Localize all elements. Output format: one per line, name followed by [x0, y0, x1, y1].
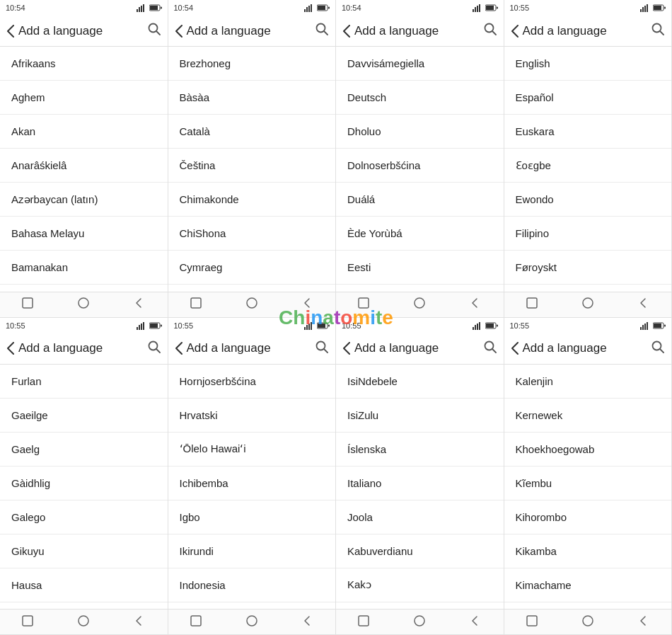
- back-button[interactable]: [175, 342, 183, 355]
- nav-home-button[interactable]: [582, 297, 593, 311]
- list-item[interactable]: Français: [504, 285, 672, 292]
- back-button[interactable]: [7, 25, 14, 38]
- list-item[interactable]: Ekegusii: [336, 285, 504, 292]
- list-item[interactable]: Ishisangu: [168, 602, 336, 610]
- list-item[interactable]: Español: [504, 81, 672, 115]
- list-item[interactable]: Kĩembu: [504, 467, 672, 500]
- back-button[interactable]: [511, 25, 519, 38]
- list-item[interactable]: Ewondo: [504, 183, 672, 217]
- list-item[interactable]: Hibena: [0, 602, 168, 610]
- list-item[interactable]: Akan: [0, 115, 168, 149]
- list-item[interactable]: Aghem: [0, 81, 168, 115]
- nav-square-button[interactable]: [190, 615, 202, 629]
- list-item[interactable]: Galego: [0, 500, 168, 534]
- list-item[interactable]: IsiZulu: [336, 399, 504, 433]
- list-item[interactable]: Hrvatski: [168, 399, 336, 433]
- search-button[interactable]: [315, 341, 328, 357]
- list-item[interactable]: Kakɔ: [336, 568, 504, 602]
- list-item[interactable]: Bosanski (latinica): [0, 285, 168, 292]
- nav-home-button[interactable]: [414, 615, 425, 629]
- list-item[interactable]: Kernewek: [504, 399, 672, 433]
- list-item[interactable]: Azərbaycan (latın): [0, 183, 168, 217]
- list-item[interactable]: Ikirundi: [168, 534, 336, 568]
- list-item[interactable]: Italiano: [336, 467, 504, 500]
- nav-home-button[interactable]: [78, 297, 89, 311]
- list-item[interactable]: Gaeilge: [0, 399, 168, 433]
- list-item[interactable]: Bahasa Melayu: [0, 217, 168, 251]
- list-item[interactable]: Kikamba: [504, 534, 672, 568]
- search-button[interactable]: [484, 23, 497, 39]
- list-item[interactable]: Indonesia: [168, 568, 336, 602]
- back-button[interactable]: [343, 25, 350, 38]
- list-item[interactable]: Furlan: [0, 365, 168, 399]
- list-item[interactable]: Afrikaans: [0, 47, 168, 81]
- list-item[interactable]: Cymraeg: [168, 251, 336, 285]
- list-item[interactable]: Anarâśkielâ: [0, 149, 168, 183]
- nav-back-button[interactable]: [638, 615, 649, 629]
- list-item[interactable]: Kabuverdianu: [336, 534, 504, 568]
- list-item[interactable]: Bàsàa: [168, 81, 336, 115]
- list-item[interactable]: Kimachame: [504, 568, 672, 602]
- search-button[interactable]: [651, 341, 664, 357]
- list-item[interactable]: Brezhoneg: [168, 47, 336, 81]
- list-item[interactable]: Gaelg: [0, 433, 168, 467]
- search-button[interactable]: [148, 341, 161, 357]
- list-item[interactable]: IsiNdebele: [336, 365, 504, 399]
- list-item[interactable]: Deutsch: [336, 81, 504, 115]
- nav-back-button[interactable]: [134, 297, 145, 311]
- list-item[interactable]: Føroyskt: [504, 251, 672, 285]
- list-item[interactable]: Joola: [336, 500, 504, 534]
- list-item[interactable]: Filipino: [504, 217, 672, 251]
- nav-home-button[interactable]: [78, 615, 89, 629]
- back-button[interactable]: [7, 342, 14, 355]
- list-item[interactable]: Dansk: [168, 285, 336, 292]
- list-item[interactable]: Chimakonde: [168, 183, 336, 217]
- list-item[interactable]: Duálá: [336, 183, 504, 217]
- list-item[interactable]: Igbo: [168, 500, 336, 534]
- list-item[interactable]: Gàidhlig: [0, 467, 168, 500]
- back-button[interactable]: [175, 25, 183, 38]
- list-item[interactable]: ChiShona: [168, 217, 336, 251]
- list-item[interactable]: Íslenska: [336, 433, 504, 467]
- list-item[interactable]: Kihorombo: [504, 500, 672, 534]
- list-item[interactable]: Bamanakan: [0, 251, 168, 285]
- list-item[interactable]: ʻŌlelo Hawaiʻi: [168, 433, 336, 467]
- nav-back-button[interactable]: [302, 615, 313, 629]
- back-button[interactable]: [343, 342, 350, 355]
- list-item[interactable]: Davvisámegiella: [336, 47, 504, 81]
- back-button[interactable]: [511, 342, 519, 355]
- nav-back-button[interactable]: [470, 615, 481, 629]
- list-item[interactable]: Eesti: [336, 251, 504, 285]
- list-item[interactable]: Ède Yorùbá: [336, 217, 504, 251]
- list-item[interactable]: Euskara: [504, 115, 672, 149]
- search-button[interactable]: [484, 341, 497, 357]
- list-item[interactable]: Hausa: [0, 568, 168, 602]
- nav-square-button[interactable]: [526, 615, 538, 629]
- list-item[interactable]: Català: [168, 115, 336, 149]
- list-item[interactable]: Dholuo: [336, 115, 504, 149]
- list-item[interactable]: Ɛoɛgbe: [504, 149, 672, 183]
- nav-home-button[interactable]: [414, 297, 425, 311]
- nav-square-button[interactable]: [22, 297, 33, 311]
- list-item[interactable]: Kĩmĩrũ: [504, 602, 672, 610]
- list-item[interactable]: English: [504, 47, 672, 81]
- nav-back-button[interactable]: [638, 297, 649, 311]
- nav-square-button[interactable]: [358, 297, 369, 311]
- list-item[interactable]: Kalenjin: [504, 365, 672, 399]
- search-button[interactable]: [315, 23, 328, 39]
- list-item[interactable]: Gikuyu: [0, 534, 168, 568]
- list-item[interactable]: Khoekhoegowab: [504, 433, 672, 467]
- nav-back-button[interactable]: [470, 297, 481, 311]
- list-item[interactable]: Čeština: [168, 149, 336, 183]
- nav-square-button[interactable]: [190, 297, 202, 311]
- nav-square-button[interactable]: [22, 615, 33, 629]
- nav-home-button[interactable]: [246, 297, 257, 311]
- search-button[interactable]: [651, 23, 664, 39]
- list-item[interactable]: Ichibemba: [168, 467, 336, 500]
- list-item[interactable]: Kalaallisut: [336, 602, 504, 610]
- nav-back-button[interactable]: [134, 615, 145, 629]
- nav-home-button[interactable]: [582, 615, 593, 629]
- list-item[interactable]: Dolnoserbšćina: [336, 149, 504, 183]
- search-button[interactable]: [148, 23, 161, 39]
- nav-home-button[interactable]: [246, 615, 257, 629]
